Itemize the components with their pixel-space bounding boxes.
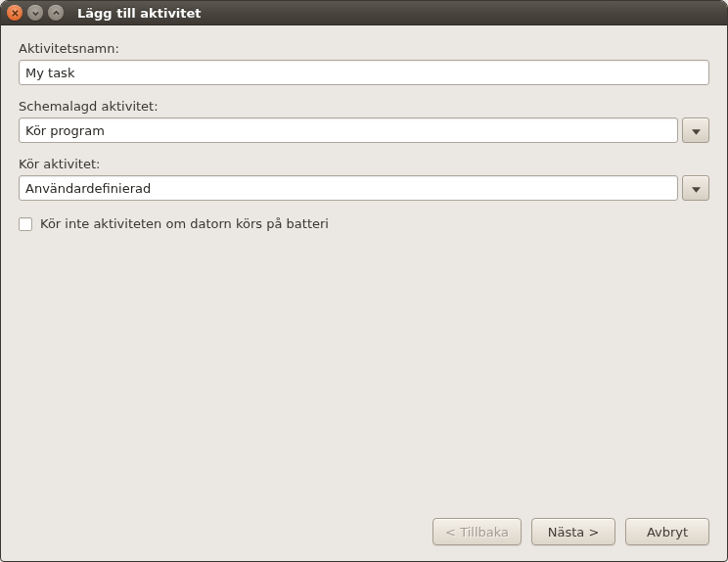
run-activity-input[interactable] (19, 175, 678, 201)
chevron-down-icon (692, 181, 701, 196)
run-activity-dropdown-button[interactable] (682, 175, 709, 201)
chevron-down-icon (692, 123, 701, 138)
maximize-icon[interactable] (48, 5, 64, 21)
cancel-button[interactable]: Avbryt (625, 518, 709, 545)
run-activity-group: Kör aktivitet: (19, 157, 709, 201)
back-button: < Tillbaka (432, 518, 522, 545)
next-button[interactable]: Nästa > (531, 518, 615, 545)
dialog-footer: < Tillbaka Nästa > Avbryt (19, 518, 709, 545)
activity-name-group: Aktivitetsnamn: (19, 41, 709, 85)
svg-marker-2 (692, 129, 701, 134)
run-activity-label: Kör aktivitet: (19, 157, 709, 171)
activity-name-input[interactable] (19, 60, 709, 85)
battery-checkbox-label: Kör inte aktiviteten om datorn körs på b… (40, 216, 329, 231)
window-controls (7, 5, 64, 21)
scheduled-activity-combo (19, 117, 709, 143)
window-title: Lägg till aktivitet (77, 6, 202, 21)
dialog-content: Aktivitetsnamn: Schemalagd aktivitet: Kö… (1, 25, 727, 561)
activity-name-label: Aktivitetsnamn: (19, 41, 709, 56)
minimize-icon[interactable] (27, 5, 43, 21)
scheduled-activity-group: Schemalagd aktivitet: (19, 99, 709, 143)
svg-marker-3 (692, 187, 701, 192)
scheduled-activity-label: Schemalagd aktivitet: (19, 99, 709, 114)
scheduled-activity-input[interactable] (19, 117, 678, 143)
run-activity-combo (19, 175, 709, 201)
battery-checkbox-row: Kör inte aktiviteten om datorn körs på b… (19, 216, 709, 231)
battery-checkbox[interactable] (19, 217, 32, 231)
scheduled-activity-dropdown-button[interactable] (682, 117, 709, 143)
dialog-window: Lägg till aktivitet Aktivitetsnamn: Sche… (0, 0, 728, 562)
close-icon[interactable] (7, 5, 23, 21)
titlebar[interactable]: Lägg till aktivitet (1, 1, 727, 25)
